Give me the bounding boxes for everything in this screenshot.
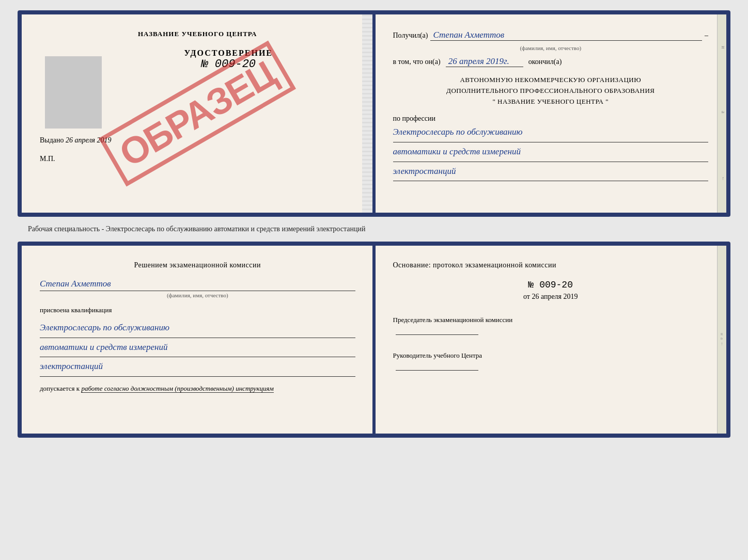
date-prefix: от — [523, 293, 530, 300]
chairman-label: Председатель экзаменационной комиссии — [393, 314, 709, 326]
issued-date: 26 апреля 2019 — [66, 136, 111, 144]
director-sign-line — [396, 361, 478, 371]
allows-line: допускается к работе согласно должностны… — [40, 385, 355, 393]
middle-text: Рабочая специальность - Электрослесарь п… — [18, 221, 730, 237]
director-block: Руководитель учебного Центра — [393, 349, 709, 375]
received-label: Получил(а) — [393, 31, 428, 40]
strip-label-arr: ← — [720, 342, 725, 346]
cert-issued: Выдано 26 апреля 2019 — [40, 136, 355, 145]
bottom-right-page: Основание: протокол экзаменационной коми… — [373, 246, 727, 434]
top-right-page: Получил(а) Степан Ахметтов – (фамилия, и… — [373, 14, 727, 213]
allows-value: работе согласно должностным (производств… — [81, 385, 273, 393]
qual-line3: электростанций — [40, 357, 355, 377]
received-name: Степан Ахметтов — [430, 30, 702, 41]
received-sublabel: (фамилия, имя, отчество) — [393, 45, 709, 51]
profession-line2: автоматики и средств измерений — [393, 142, 709, 162]
allows-prefix: допускается к — [40, 385, 80, 392]
right-binding-strip: и а ← — [717, 14, 726, 213]
chairman-block: Председатель экзаменационной комиссии — [393, 314, 709, 339]
date-prefix: в том, что он(а) — [393, 58, 441, 66]
document-wrapper: НАЗВАНИЕ УЧЕБНОГО ЦЕНТРА УДОСТОВЕРЕНИЕ №… — [18, 10, 730, 438]
org-line3: " НАЗВАНИЕ УЧЕБНОГО ЦЕНТРА " — [393, 97, 709, 107]
dash-1: – — [705, 31, 708, 40]
org-line1: АВТОНОМНУЮ НЕКОММЕРЧЕСКУЮ ОРГАНИЗАЦИЮ — [393, 75, 709, 86]
photo-placeholder — [45, 56, 102, 129]
received-line: Получил(а) Степан Ахметтов – — [393, 30, 709, 41]
top-left-page: НАЗВАНИЕ УЧЕБНОГО ЦЕНТРА УДОСТОВЕРЕНИЕ №… — [22, 14, 373, 213]
person-name: Степан Ахметтов — [40, 277, 355, 291]
left-side-strips — [362, 14, 373, 213]
basis-header: Основание: протокол экзаменационной коми… — [393, 261, 709, 269]
binding-text-a: а — [718, 111, 726, 113]
org-line2: ДОПОЛНИТЕЛЬНОГО ПРОФЕССИОНАЛЬНОГО ОБРАЗО… — [393, 86, 709, 97]
org-block: АВТОНОМНУЮ НЕКОММЕРЧЕСКУЮ ОРГАНИЗАЦИЮ ДО… — [393, 75, 709, 107]
bottom-right-binding: и а ← — [717, 246, 726, 434]
date-suffix: окончил(а) — [528, 58, 562, 66]
date-line: в том, что он(а) 26 апреля 2019г. окончи… — [393, 56, 709, 67]
protocol-date: от 26 апреля 2019 — [393, 293, 709, 301]
strip-label-i: и — [720, 333, 725, 335]
binding-text-i: и — [718, 46, 726, 49]
mp-label: М.П. — [40, 155, 355, 163]
qual-line2: автоматики и средств измерений — [40, 338, 355, 358]
bottom-diploma-book: Решением экзаменационной комиссии Степан… — [18, 242, 730, 438]
chairman-sign-line — [396, 326, 478, 335]
profession-line1: Электрослесарь по обслуживанию — [393, 123, 709, 142]
profession-line3: электростанций — [393, 162, 709, 182]
director-label: Руководитель учебного Центра — [393, 349, 709, 361]
person-sublabel: (фамилия, имя, отчество) — [40, 292, 355, 298]
qual-line1: Электрослесарь по обслуживанию — [40, 318, 355, 338]
issued-label: Выдано — [40, 136, 64, 144]
bottom-left-page: Решением экзаменационной комиссии Степан… — [22, 246, 373, 434]
decision-header: Решением экзаменационной комиссии — [40, 261, 355, 269]
protocol-number: № 009-20 — [393, 280, 709, 290]
cert-center-header: НАЗВАНИЕ УЧЕБНОГО ЦЕНТРА — [40, 30, 355, 38]
binding-text-arrow: ← — [718, 176, 726, 181]
top-diploma-book: НАЗВАНИЕ УЧЕБНОГО ЦЕНТРА УДОСТОВЕРЕНИЕ №… — [18, 10, 730, 217]
protocol-date-value: 26 апреля 2019 — [532, 293, 578, 300]
profession-label: по профессии — [393, 115, 709, 123]
assigned-label: присвоена квалификация — [40, 306, 355, 314]
profession-block: по профессии Электрослесарь по обслужива… — [393, 115, 709, 181]
date-value: 26 апреля 2019г. — [446, 56, 523, 67]
strip-label-a: а — [720, 338, 725, 340]
